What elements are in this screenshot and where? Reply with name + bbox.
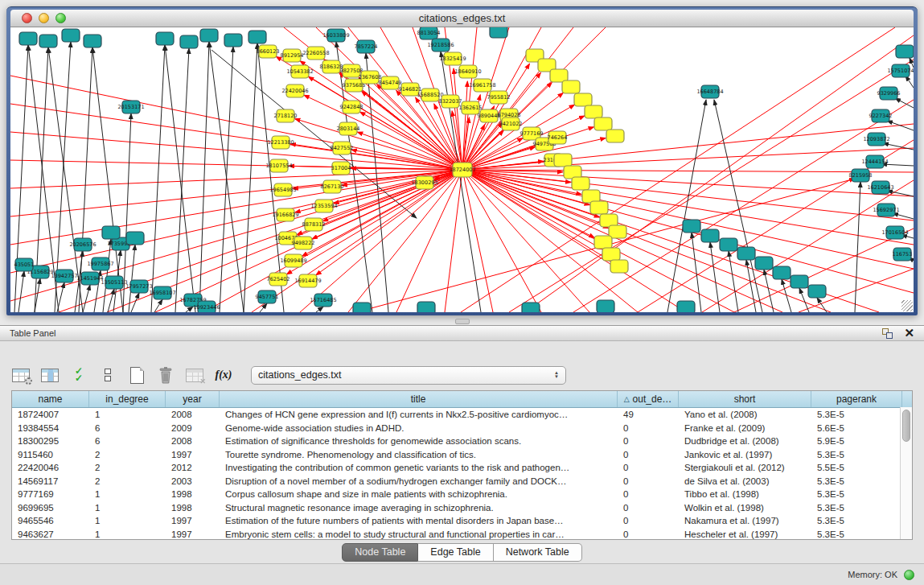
table-row[interactable]: 911546021997Tourette syndrome. Phenomeno…	[12, 448, 912, 462]
graph-node[interactable]	[84, 35, 101, 47]
table-row[interactable]: 1938455462009Genome-wide association stu…	[12, 422, 912, 435]
column-header-title[interactable]: title	[220, 391, 618, 407]
graph-node[interactable]	[248, 31, 266, 43]
graph-node[interactable]	[808, 285, 826, 298]
column-header-in_degree[interactable]: in_degree	[89, 391, 166, 407]
graph-node[interactable]: 12213380	[267, 136, 294, 149]
graph-node[interactable]: 12444154	[861, 155, 888, 168]
graph-node[interactable]	[602, 248, 620, 261]
graph-node[interactable]: 17016504	[881, 226, 908, 239]
network-graph[interactable]: 1603380978572248813054192185862015317120…	[10, 27, 914, 312]
graph-node[interactable]	[572, 177, 589, 190]
graph-node[interactable]	[609, 225, 626, 238]
new-column-button[interactable]	[127, 363, 146, 387]
graph-node[interactable]: 8912954	[281, 49, 304, 62]
close-panel-icon[interactable]: ✕	[904, 328, 914, 339]
graph-node[interactable]	[791, 275, 808, 288]
column-header-pagerank[interactable]: pagerank	[811, 391, 902, 407]
graph-node[interactable]	[610, 260, 628, 273]
minimize-window-button[interactable]	[39, 13, 49, 23]
graph-node[interactable]: 9227342	[869, 109, 893, 122]
graph-node[interactable]: 16033809	[322, 29, 349, 42]
graph-node[interactable]: 16099489	[280, 254, 306, 267]
graph-node[interactable]: 15692971	[873, 204, 899, 216]
graph-node[interactable]	[606, 130, 624, 142]
graph-node[interactable]	[353, 303, 371, 312]
table-mode-button[interactable]	[11, 363, 31, 387]
graph-node[interactable]: 9329966	[877, 87, 901, 100]
graph-node[interactable]	[594, 236, 612, 249]
graph-node[interactable]: 8427552	[331, 142, 354, 154]
graph-node[interactable]: 15751074	[887, 64, 914, 77]
graph-node[interactable]	[554, 154, 572, 167]
vertical-scrollbar[interactable]	[900, 407, 912, 539]
graph-node[interactable]: 15716485	[310, 294, 336, 307]
graph-node[interactable]	[490, 27, 507, 38]
column-header-year[interactable]: year	[166, 391, 220, 407]
delete-column-button[interactable]	[156, 363, 175, 387]
divider-handle[interactable]	[455, 319, 470, 324]
graph-node[interactable]	[62, 29, 80, 42]
column-header-out_de[interactable]: △out_de…	[618, 391, 679, 407]
column-header-name[interactable]: name	[12, 391, 89, 407]
graph-node[interactable]: 18640910	[454, 65, 481, 78]
graph-node[interactable]: 9457751	[256, 290, 279, 303]
graph-node[interactable]: 7857224	[355, 40, 378, 53]
memory-ok-indicator[interactable]	[904, 570, 914, 580]
tab-network-table[interactable]: Network Table	[494, 543, 582, 562]
graph-node[interactable]: 8878312	[302, 218, 326, 231]
graph-node[interactable]: 116753	[893, 248, 913, 261]
graph-node[interactable]	[417, 302, 435, 312]
graph-node[interactable]: 22260558	[302, 47, 329, 60]
function-builder-button[interactable]: f(x)	[214, 363, 233, 387]
column-header-short[interactable]: short	[679, 391, 811, 407]
table-selector-dropdown[interactable]: citations_edges.txt ▲▼	[251, 366, 566, 385]
graph-node[interactable]: 16210643	[867, 181, 893, 194]
graph-node[interactable]	[773, 266, 791, 279]
graph-node[interactable]: 9242848	[340, 101, 363, 113]
graph-node[interactable]	[156, 32, 174, 45]
graph-node[interactable]: 19654985	[269, 183, 296, 196]
graph-node[interactable]	[574, 93, 592, 106]
graph-node[interactable]	[224, 34, 242, 47]
graph-node[interactable]: 13505113	[101, 276, 127, 289]
graph-node[interactable]	[737, 247, 755, 260]
graph-node[interactable]: 18325419	[439, 52, 466, 65]
graph-node[interactable]: 7955812	[487, 91, 511, 104]
graph-node[interactable]	[562, 80, 580, 93]
graph-node[interactable]: 8660123	[257, 45, 280, 58]
graph-node[interactable]: 7625402	[267, 273, 290, 286]
graph-node[interactable]: 16914479	[294, 274, 321, 287]
graph-node[interactable]: 317004	[331, 162, 351, 175]
network-window-titlebar[interactable]: citations_edges.txt	[10, 10, 914, 27]
table-row[interactable]: 2242004622012Investigating the contribut…	[12, 461, 912, 475]
graph-node[interactable]: 2718120	[274, 109, 298, 122]
graph-node[interactable]	[180, 35, 198, 48]
graph-node[interactable]: 8267130	[321, 180, 344, 193]
graph-node[interactable]: 18724007	[449, 163, 475, 177]
float-panel-icon[interactable]	[882, 328, 893, 339]
graph-node[interactable]	[19, 32, 37, 45]
graph-node[interactable]	[102, 226, 120, 239]
network-canvas[interactable]: 1603380978572248813054192185862015317120…	[10, 27, 914, 312]
panel-divider[interactable]	[0, 315, 924, 325]
resize-grip[interactable]	[901, 300, 913, 311]
graph-node[interactable]: 19975867	[87, 257, 113, 270]
table-row[interactable]: 1872400712008Changes of HCN gene express…	[12, 408, 912, 422]
graph-node[interactable]	[597, 300, 614, 312]
graph-node[interactable]	[522, 303, 540, 312]
scrollbar-thumb[interactable]	[902, 410, 910, 442]
graph-node[interactable]	[701, 229, 719, 242]
column-visibility-button[interactable]	[40, 363, 60, 387]
graph-node[interactable]: 435051	[14, 258, 35, 271]
table-row[interactable]: 969969511998Structural magnetic resonanc…	[12, 501, 912, 515]
graph-node[interactable]	[896, 45, 914, 58]
graph-node[interactable]: 8215958	[849, 169, 873, 182]
table-row[interactable]: 1830029562008Estimation of significance …	[12, 435, 912, 448]
tab-node-table[interactable]: Node Table	[342, 543, 418, 562]
graph-node[interactable]	[200, 29, 218, 42]
delete-table-button[interactable]: ✕	[185, 363, 204, 387]
close-window-button[interactable]	[22, 13, 32, 23]
graph-node[interactable]	[39, 35, 57, 47]
graph-node[interactable]	[677, 301, 695, 312]
